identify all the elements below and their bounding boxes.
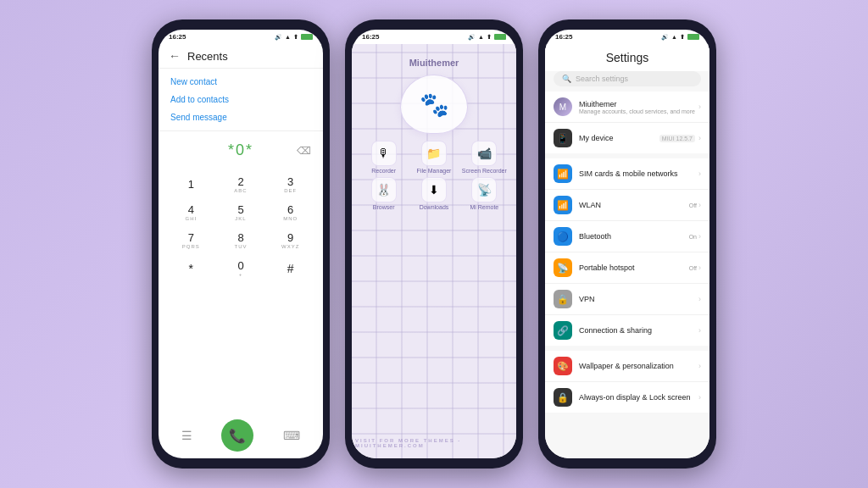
call-button[interactable]: 📞: [221, 419, 253, 452]
key-3[interactable]: 3DEF: [266, 171, 314, 197]
key-hash[interactable]: #: [266, 255, 314, 281]
wallpaper-arrow: ›: [698, 362, 701, 370]
key-4[interactable]: 4GHI: [167, 199, 215, 225]
key-7[interactable]: 7PQRS: [167, 227, 215, 253]
app-recorder[interactable]: 🎙 Recorder: [360, 141, 407, 174]
settings-item-bluetooth[interactable]: 🔵 Bluetooth On ›: [545, 221, 709, 252]
settings-item-sim[interactable]: 📶 SIM cards & mobile networks ›: [545, 158, 709, 190]
wifi-icon-2: ⬆: [487, 34, 492, 41]
app-downloads[interactable]: ⬇ Downloads: [410, 177, 457, 210]
file-manager-icon: 📁: [421, 141, 447, 166]
hotspot-status: Off: [689, 265, 697, 271]
screen-recorder-label: Screen Recorder: [462, 168, 507, 174]
settings-item-mydevice[interactable]: 📱 My device MIUI 12.5.7 ›: [545, 123, 709, 153]
connection-arrow: ›: [698, 326, 701, 335]
miui-badge: MIUI 12.5.7: [659, 135, 695, 142]
status-icons-1: 🔊 ▲ ⬆: [275, 34, 313, 41]
account-text: Miuithemer Manage accounts, cloud servic…: [579, 100, 698, 114]
dialer-bottom: ☰ 📞 ⌨: [159, 413, 323, 458]
battery-icon-2: [494, 34, 506, 40]
add-contacts-link[interactable]: Add to contacts: [170, 95, 311, 104]
app-screen-recorder[interactable]: 📹 Screen Recorder: [461, 141, 508, 174]
account-subtitle: Manage accounts, cloud services, and mor…: [579, 108, 698, 114]
contacts-icon[interactable]: ⌨: [283, 429, 300, 442]
settings-list: M Miuithemer Manage accounts, cloud serv…: [545, 92, 709, 458]
key-1[interactable]: 1: [167, 171, 215, 197]
battery-icon: [301, 34, 313, 40]
hotspot-icon: 📡: [554, 258, 572, 277]
new-contact-link[interactable]: New contact: [170, 77, 311, 86]
mydevice-arrow: ›: [698, 134, 701, 142]
time-3: 16:25: [555, 33, 572, 41]
dialer-title: Recents: [187, 50, 228, 63]
key-8[interactable]: 8TUV: [217, 227, 265, 253]
wifi-icon-3: ⬆: [680, 34, 685, 41]
settings-section-account: M Miuithemer Manage accounts, cloud serv…: [545, 92, 709, 153]
send-message-link[interactable]: Send message: [170, 113, 311, 122]
key-6[interactable]: 6MNO: [266, 199, 314, 225]
status-bar-1: 16:25 🔊 ▲ ⬆: [159, 30, 323, 44]
settings-item-wallpaper[interactable]: 🎨 Wallpaper & personalization ›: [545, 351, 709, 382]
sig-icon-3: ▲: [671, 34, 677, 40]
wallpaper-title: Wallpaper & personalization: [579, 362, 698, 370]
app-browser[interactable]: 🐰 Browser: [360, 177, 407, 210]
app-file-manager[interactable]: 📁 File Manager: [410, 141, 457, 174]
sim-arrow: ›: [698, 169, 701, 178]
alwayson-icon: 🔒: [554, 388, 572, 407]
key-0[interactable]: 0+: [217, 255, 265, 281]
downloads-icon: ⬇: [421, 177, 447, 202]
settings-section-network: 📶 SIM cards & mobile networks › 📶 WLAN O…: [545, 158, 709, 346]
settings-item-wlan[interactable]: 📶 WLAN Off ›: [545, 190, 709, 221]
phone-home: 16:25 🔊 ▲ ⬆ Miuithemer 🐾 🎙 Recorder 📁: [345, 19, 523, 469]
sim-icon: 📶: [554, 164, 572, 183]
battery-icon-3: [687, 34, 699, 40]
status-icons-2: 🔊 ▲ ⬆: [468, 34, 506, 41]
settings-search[interactable]: 🔍 Search settings: [554, 71, 701, 86]
sig-icon-2: ▲: [478, 34, 484, 40]
dialer-display: *0* ⌫: [159, 131, 323, 169]
status-icons-3: 🔊 ▲ ⬆: [661, 34, 699, 41]
search-placeholder: Search settings: [576, 75, 628, 83]
account-title: Miuithemer: [579, 100, 698, 108]
account-arrow: ›: [698, 103, 701, 111]
vpn-text: VPN: [579, 295, 698, 303]
phone-settings: 16:25 🔊 ▲ ⬆ Settings 🔍 Search settings M: [538, 19, 716, 469]
hotspot-text: Portable hotspot: [579, 263, 689, 272]
bluetooth-icon-settings: 🔵: [554, 227, 572, 246]
browser-label: Browser: [373, 204, 395, 210]
wallpaper-text: Wallpaper & personalization: [579, 362, 698, 370]
mydevice-icon: 📱: [554, 129, 572, 147]
dialer-links: New contact Add to contacts Send message: [159, 69, 323, 131]
settings-item-hotspot[interactable]: 📡 Portable hotspot Off ›: [545, 252, 709, 284]
signal-icon: ▲: [285, 34, 291, 40]
vpn-title: VPN: [579, 295, 698, 303]
mydevice-title: My device: [579, 134, 659, 142]
wifi-icon: ⬆: [293, 34, 298, 41]
mi-remote-icon: 📡: [471, 177, 497, 202]
vpn-arrow: ›: [698, 295, 701, 303]
app-grid: 🎙 Recorder 📁 File Manager 📹 Screen Recor…: [352, 137, 516, 214]
hotspot-title: Portable hotspot: [579, 263, 689, 272]
settings-item-connection[interactable]: 🔗 Connection & sharing ›: [545, 315, 709, 346]
bluetooth-icon: 🔊: [275, 34, 282, 41]
backspace-button[interactable]: ⌫: [297, 145, 311, 157]
settings-item-vpn[interactable]: 🔒 VPN ›: [545, 284, 709, 315]
time-2: 16:25: [362, 33, 379, 41]
menu-icon[interactable]: ☰: [181, 429, 192, 442]
settings-item-alwayson[interactable]: 🔒 Always-on display & Lock screen ›: [545, 382, 709, 413]
connection-icon: 🔗: [554, 321, 572, 340]
bluetooth-arrow: ›: [698, 232, 701, 241]
key-5[interactable]: 5JKL: [217, 199, 265, 225]
back-button[interactable]: ←: [169, 49, 181, 63]
settings-item-miuithemer[interactable]: M Miuithemer Manage accounts, cloud serv…: [545, 92, 709, 123]
keypad: 1 2ABC 3DEF 4GHI 5JKL 6MNO 7PQRS 8TUV 9W…: [159, 169, 323, 283]
key-2[interactable]: 2ABC: [217, 171, 265, 197]
key-star[interactable]: *: [167, 255, 215, 281]
status-bar-3: 16:25 🔊 ▲ ⬆: [545, 30, 709, 44]
recorder-icon: 🎙: [371, 141, 397, 166]
connection-title: Connection & sharing: [579, 326, 698, 335]
mi-remote-label: Mi Remote: [470, 204, 498, 210]
hotspot-arrow: ›: [698, 263, 701, 272]
key-9[interactable]: 9WXYZ: [266, 227, 314, 253]
app-mi-remote[interactable]: 📡 Mi Remote: [461, 177, 508, 210]
